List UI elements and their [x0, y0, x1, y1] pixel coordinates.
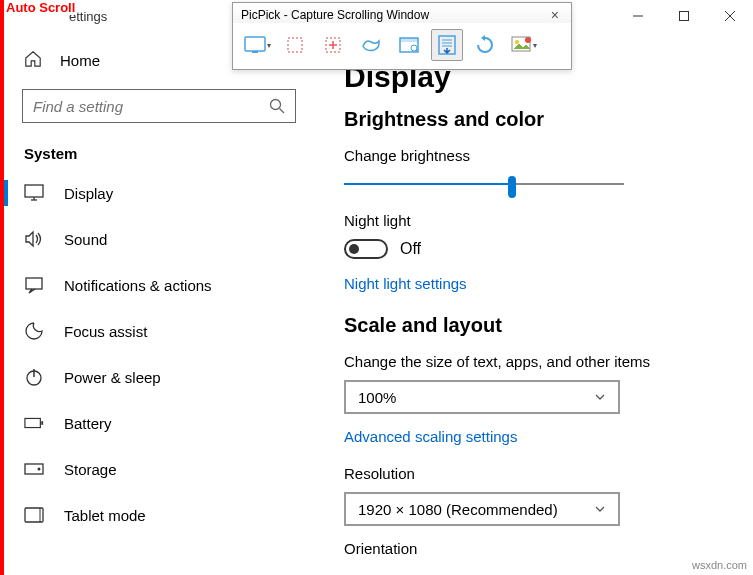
brightness-section-heading: Brightness and color [344, 108, 733, 131]
brightness-label: Change brightness [344, 147, 733, 164]
sidebar-item-label: Notifications & actions [64, 277, 212, 294]
svg-point-21 [271, 100, 281, 110]
night-light-label: Night light [344, 212, 733, 229]
night-light-settings-link[interactable]: Night light settings [344, 275, 467, 292]
watermark: wsxdn.com [692, 559, 747, 571]
power-icon [24, 367, 44, 387]
sound-icon [24, 229, 44, 249]
sidebar-item-battery[interactable]: Battery [22, 400, 296, 446]
svg-point-32 [38, 468, 41, 471]
toggle-knob [349, 244, 359, 254]
sidebar-item-focus-assist[interactable]: Focus assist [22, 308, 296, 354]
slider-thumb[interactable] [508, 176, 516, 198]
sidebar-item-label: Power & sleep [64, 369, 161, 386]
svg-line-22 [280, 109, 285, 114]
minimize-button[interactable] [615, 0, 661, 32]
sidebar-item-power[interactable]: Power & sleep [22, 354, 296, 400]
window-controls [615, 0, 753, 32]
scale-value: 100% [358, 389, 396, 406]
close-button[interactable] [707, 0, 753, 32]
display-icon [24, 183, 44, 203]
picpick-titlebar[interactable]: PicPick - Capture Scrolling Window × [233, 3, 571, 23]
sidebar-item-tablet-mode[interactable]: Tablet mode [22, 492, 296, 538]
content-area: Display Brightness and color Change brig… [344, 60, 733, 567]
brightness-slider[interactable] [344, 174, 624, 194]
sidebar-item-display[interactable]: Display [22, 170, 296, 216]
picpick-close-button[interactable]: × [547, 7, 563, 23]
sidebar-section-title: System [22, 123, 296, 170]
search-icon [269, 98, 285, 114]
svg-rect-26 [26, 278, 42, 289]
scale-label: Change the size of text, apps, and other… [344, 353, 733, 370]
night-light-toggle[interactable] [344, 239, 388, 259]
scale-dropdown[interactable]: 100% [344, 380, 620, 414]
notifications-icon [24, 275, 44, 295]
picpick-window[interactable]: PicPick - Capture Scrolling Window × ▾ ▾ [232, 2, 572, 70]
tablet-icon [24, 505, 44, 525]
svg-rect-1 [680, 12, 689, 21]
sidebar-item-label: Tablet mode [64, 507, 146, 524]
repeat-capture-icon[interactable] [469, 29, 501, 61]
resolution-label: Resolution [344, 465, 733, 482]
resolution-dropdown[interactable]: 1920 × 1080 (Recommended) [344, 492, 620, 526]
chevron-down-icon [594, 503, 606, 515]
search-input[interactable] [33, 98, 269, 115]
sidebar-item-label: Storage [64, 461, 117, 478]
auto-scroll-label: Auto Scroll [4, 0, 77, 15]
svg-rect-29 [25, 418, 40, 427]
chevron-down-icon [594, 391, 606, 403]
scale-section-heading: Scale and layout [344, 314, 733, 337]
sidebar-item-storage[interactable]: Storage [22, 446, 296, 492]
svg-point-20 [525, 37, 531, 43]
fixed-region-capture-icon[interactable] [317, 29, 349, 61]
home-icon [24, 50, 42, 71]
maximize-button[interactable] [661, 0, 707, 32]
battery-icon [24, 413, 44, 433]
region-capture-icon[interactable] [279, 29, 311, 61]
picpick-title: PicPick - Capture Scrolling Window [241, 8, 429, 22]
image-editor-icon[interactable]: ▾ [507, 29, 539, 61]
advanced-scaling-link[interactable]: Advanced scaling settings [344, 428, 517, 445]
svg-rect-30 [41, 421, 43, 425]
sidebar-item-sound[interactable]: Sound [22, 216, 296, 262]
fullscreen-capture-icon[interactable]: ▾ [241, 29, 273, 61]
sidebar-item-label: Sound [64, 231, 107, 248]
svg-rect-23 [25, 185, 43, 197]
window-capture-icon[interactable] [393, 29, 425, 61]
svg-point-19 [515, 40, 519, 44]
scrolling-window-capture-icon[interactable] [431, 29, 463, 61]
slider-fill [344, 183, 512, 185]
red-overlay-bar [0, 0, 4, 575]
sidebar-item-label: Battery [64, 415, 112, 432]
svg-rect-4 [245, 37, 265, 51]
sidebar-item-label: Display [64, 185, 113, 202]
picpick-toolbar: ▾ ▾ [233, 23, 571, 69]
storage-icon [24, 459, 44, 479]
sidebar-item-label: Focus assist [64, 323, 147, 340]
sidebar-item-notifications[interactable]: Notifications & actions [22, 262, 296, 308]
search-box[interactable] [22, 89, 296, 123]
resolution-value: 1920 × 1080 (Recommended) [358, 501, 558, 518]
svg-rect-5 [252, 51, 258, 53]
freehand-capture-icon[interactable] [355, 29, 387, 61]
sidebar: Home System Display Sound Notifications … [4, 40, 314, 538]
home-label: Home [60, 52, 100, 69]
night-light-state: Off [400, 240, 421, 258]
svg-rect-11 [400, 38, 418, 42]
orientation-label: Orientation [344, 540, 733, 557]
focus-icon [24, 321, 44, 341]
svg-rect-6 [288, 38, 302, 52]
